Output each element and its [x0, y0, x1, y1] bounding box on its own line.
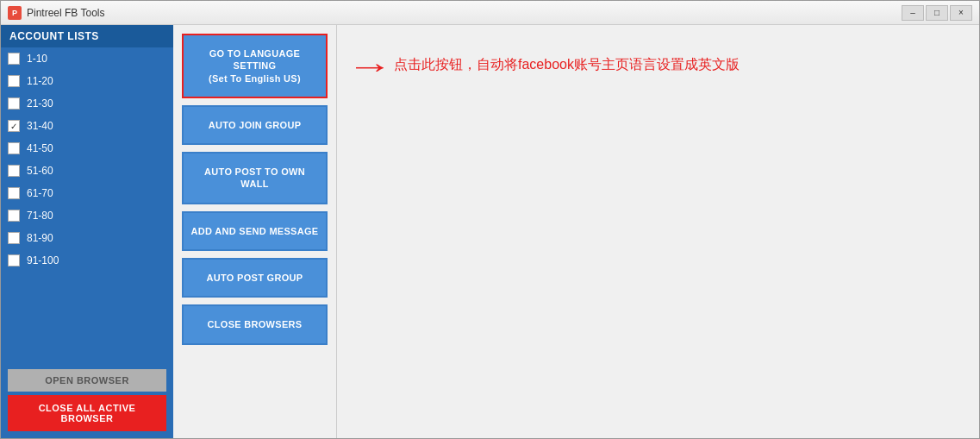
- account-label: 61-70: [27, 187, 53, 199]
- annotation-text: 点击此按钮，自动将facebook账号主页语言设置成英文版: [394, 51, 740, 74]
- close-browsers-button[interactable]: CLOSE BROWSERS: [182, 304, 328, 344]
- sidebar-item[interactable]: 91-100: [1, 249, 173, 272]
- title-bar: P Pintreel FB Tools – □ ×: [1, 1, 979, 25]
- auto-join-group-button[interactable]: AUTO JOIN GROUP: [182, 105, 328, 145]
- account-label: 91-100: [27, 254, 59, 267]
- auto-post-wall-button[interactable]: AUTO POST TO OWN WALL: [182, 152, 328, 204]
- account-label: 71-80: [27, 210, 53, 222]
- app-icon: P: [8, 6, 22, 20]
- button-panel: GO TO LANGUAGE SETTING (Set To English U…: [173, 25, 337, 438]
- maximize-button[interactable]: □: [926, 5, 948, 21]
- sidebar-item[interactable]: 71-80: [1, 204, 173, 227]
- close-button[interactable]: ×: [950, 5, 972, 21]
- account-checkbox[interactable]: [8, 210, 20, 222]
- account-list: 1-1011-2021-30✓31-4041-5051-6061-7071-80…: [1, 47, 173, 362]
- account-label: 31-40: [27, 120, 53, 132]
- sidebar-item[interactable]: 21-30: [1, 92, 173, 115]
- sidebar-item[interactable]: 11-20: [1, 70, 173, 92]
- main-window: P Pintreel FB Tools – □ × ACCOUNT LISTS …: [0, 0, 980, 439]
- window-title: Pintreel FB Tools: [27, 7, 902, 19]
- account-label: 21-30: [27, 97, 53, 110]
- info-panel: → 点击此按钮，自动将facebook账号主页语言设置成英文版: [337, 25, 979, 438]
- auto-post-group-button[interactable]: AUTO POST GROUP: [182, 258, 328, 298]
- sidebar-item[interactable]: 51-60: [1, 160, 173, 182]
- account-label: 51-60: [27, 165, 53, 177]
- account-checkbox[interactable]: [8, 142, 20, 154]
- add-send-message-button[interactable]: ADD AND SEND MESSAGE: [182, 211, 328, 251]
- sidebar: ACCOUNT LISTS 1-1011-2021-30✓31-4041-505…: [1, 25, 173, 438]
- window-controls: – □ ×: [902, 5, 972, 21]
- content-area: ACCOUNT LISTS 1-1011-2021-30✓31-4041-505…: [1, 25, 979, 438]
- account-label: 81-90: [27, 232, 53, 244]
- sidebar-item[interactable]: ✓31-40: [1, 115, 173, 137]
- account-checkbox[interactable]: [8, 254, 20, 267]
- sidebar-footer: OPEN BROWSER CLOSE ALL ACTIVE BROWSER: [1, 362, 173, 438]
- sidebar-item[interactable]: 1-10: [1, 47, 173, 70]
- account-checkbox[interactable]: [8, 97, 20, 110]
- account-checkbox[interactable]: ✓: [8, 120, 20, 132]
- sidebar-item[interactable]: 81-90: [1, 227, 173, 249]
- account-checkbox[interactable]: [8, 53, 20, 65]
- language-setting-button[interactable]: GO TO LANGUAGE SETTING (Set To English U…: [182, 34, 328, 98]
- arrow-icon: →: [346, 51, 393, 82]
- account-label: 41-50: [27, 142, 53, 154]
- account-label: 1-10: [27, 53, 47, 65]
- account-checkbox[interactable]: [8, 165, 20, 177]
- account-checkbox[interactable]: [8, 75, 20, 87]
- annotation-area: → 点击此按钮，自动将facebook账号主页语言设置成英文版: [354, 51, 962, 82]
- sidebar-item[interactable]: 41-50: [1, 137, 173, 160]
- account-checkbox[interactable]: [8, 232, 20, 244]
- minimize-button[interactable]: –: [902, 5, 924, 21]
- main-panel: GO TO LANGUAGE SETTING (Set To English U…: [173, 25, 979, 438]
- sidebar-header: ACCOUNT LISTS: [1, 25, 173, 47]
- open-browser-button[interactable]: OPEN BROWSER: [8, 369, 166, 392]
- account-label: 11-20: [27, 75, 53, 87]
- close-all-active-browser-button[interactable]: CLOSE ALL ACTIVE BROWSER: [8, 395, 166, 431]
- account-checkbox[interactable]: [8, 187, 20, 199]
- sidebar-item[interactable]: 61-70: [1, 182, 173, 204]
